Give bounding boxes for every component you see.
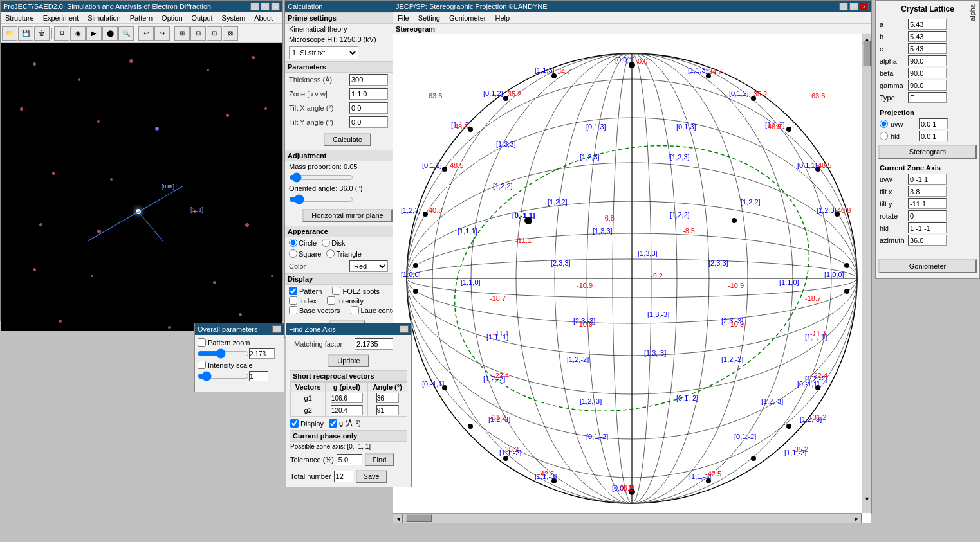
- display-check[interactable]: [290, 419, 299, 428]
- goniometer-button[interactable]: Goniometer: [878, 259, 977, 273]
- proj-hkl-radio[interactable]: [880, 132, 888, 140]
- disk-radio[interactable]: [322, 239, 330, 247]
- overall-close-btn[interactable]: ×: [272, 325, 281, 333]
- zone-azimuth-input[interactable]: [908, 235, 947, 246]
- index-checkbox[interactable]: [289, 296, 297, 305]
- toolbar-btn-4[interactable]: ⚙: [54, 26, 69, 41]
- crystal-a-input[interactable]: [908, 19, 947, 30]
- scroll-thumb-v[interactable]: [863, 41, 871, 66]
- iscale-value[interactable]: [249, 371, 268, 381]
- g1-gpixel-input[interactable]: [331, 393, 363, 403]
- toolbar-btn-14[interactable]: ⊠: [223, 26, 238, 41]
- g1-angle-input[interactable]: [376, 393, 399, 403]
- pzoom-slider[interactable]: [198, 348, 249, 359]
- g2-gpixel-input[interactable]: [331, 405, 363, 415]
- scroll-right-arrow[interactable]: ►: [852, 514, 862, 523]
- toolbar-btn-13[interactable]: ⊡: [207, 26, 222, 41]
- color-select[interactable]: Red Blue Green: [349, 260, 388, 272]
- crystal-alpha-input[interactable]: [908, 55, 947, 66]
- stereo-scrollbar-v[interactable]: ▲ ▼: [862, 34, 871, 513]
- menu-option[interactable]: Option: [160, 14, 184, 22]
- calculate-button[interactable]: Calculate: [324, 133, 371, 146]
- toolbar-btn-2[interactable]: 💾: [18, 26, 33, 41]
- stereo-minimize-btn[interactable]: _: [839, 3, 848, 10]
- find-close-btn[interactable]: ×: [400, 325, 409, 333]
- menu-simulation[interactable]: Simulation: [86, 14, 122, 22]
- proj-hkl-input[interactable]: [919, 131, 948, 141]
- intensity-checkbox[interactable]: [327, 296, 335, 305]
- scroll-left-arrow[interactable]: ◄: [393, 514, 403, 523]
- stereo-close-btn[interactable]: ×: [860, 3, 869, 10]
- toolbar-btn-5[interactable]: ◉: [70, 26, 86, 41]
- iscale-slider[interactable]: [198, 371, 249, 381]
- stereo-menu-help[interactable]: Help: [493, 14, 512, 22]
- scroll-down-arrow[interactable]: ▼: [862, 494, 871, 503]
- toolbar-btn-3[interactable]: 🗑: [34, 26, 50, 41]
- tolerance-input[interactable]: [337, 454, 362, 465]
- pzoom-value[interactable]: [249, 348, 275, 359]
- stereo-scrollbar-h[interactable]: ◄ ►: [393, 513, 862, 523]
- crystal-beta-input[interactable]: [908, 68, 947, 78]
- menu-system[interactable]: System: [220, 14, 248, 22]
- g-ang-check[interactable]: [329, 419, 337, 428]
- zone-tilty-input[interactable]: [908, 198, 947, 209]
- proj-uvw-input[interactable]: [919, 118, 948, 129]
- zone-rotate-input[interactable]: [908, 210, 947, 221]
- thickness-input[interactable]: [349, 74, 388, 86]
- toolbar-btn-8[interactable]: 🔍: [118, 26, 134, 41]
- matching-factor-input[interactable]: [355, 338, 393, 350]
- g2-angle-input[interactable]: [376, 405, 399, 415]
- square-radio[interactable]: [289, 249, 297, 258]
- proj-uvw-radio[interactable]: [880, 120, 888, 128]
- iscale-check[interactable]: [198, 361, 206, 369]
- menu-about[interactable]: About: [252, 14, 275, 22]
- stereo-content[interactable]: 0.0 34.7 34.7 35.2 35.2 48.5 48.5 40.8 4…: [393, 34, 871, 523]
- mirror-button[interactable]: Horizontal mirror plane: [302, 209, 392, 222]
- menu-experiment[interactable]: Experiment: [41, 14, 81, 22]
- file-select[interactable]: 1. Si.str.txt: [289, 46, 358, 59]
- minimize-btn[interactable]: _: [250, 3, 259, 10]
- toolbar-btn-7[interactable]: ⬤: [102, 26, 118, 41]
- close-btn[interactable]: ×: [271, 3, 280, 10]
- scroll-thumb-h[interactable]: [406, 514, 432, 522]
- menu-output[interactable]: Output: [190, 14, 215, 22]
- zone-input[interactable]: [349, 88, 388, 100]
- maximize-btn[interactable]: □: [261, 3, 270, 10]
- stereo-maximize-btn[interactable]: □: [849, 3, 858, 10]
- crystal-c-input[interactable]: [908, 43, 947, 54]
- find-button[interactable]: Find: [365, 453, 394, 466]
- toolbar-btn-1[interactable]: 📁: [2, 26, 17, 41]
- circle-radio[interactable]: [289, 239, 297, 247]
- main-menubar: Structure Experiment Simulation Pattern …: [1, 12, 282, 24]
- stereo-menu-goniometer[interactable]: Goniometer: [447, 14, 488, 22]
- toolbar-btn-6[interactable]: ▶: [86, 26, 102, 41]
- folz-checkbox[interactable]: [332, 287, 340, 295]
- save-button[interactable]: Save: [356, 470, 387, 483]
- stereo-menu-file[interactable]: File: [396, 14, 411, 22]
- update-button[interactable]: Update: [328, 354, 369, 367]
- menu-structure[interactable]: Structure: [3, 14, 36, 22]
- tilty-input[interactable]: [349, 116, 388, 128]
- crystal-b-input[interactable]: [908, 31, 947, 42]
- lauecenter-checkbox[interactable]: [351, 306, 359, 314]
- zone-tiltx-input[interactable]: [908, 186, 947, 197]
- crystal-type-input[interactable]: [908, 92, 947, 103]
- zone-hkl-input[interactable]: [908, 222, 947, 233]
- simulation-area[interactable]: [011] [101]: [1, 43, 282, 331]
- stereogram-button[interactable]: Stereogram: [878, 145, 977, 159]
- toolbar-btn-9[interactable]: ↩: [138, 26, 154, 41]
- pattern-checkbox[interactable]: [289, 287, 297, 295]
- basevec-checkbox[interactable]: [289, 306, 297, 314]
- toolbar-btn-11[interactable]: ⊞: [174, 26, 190, 41]
- toolbar-btn-10[interactable]: ↪: [154, 26, 170, 41]
- crystal-gamma-input[interactable]: [908, 80, 947, 91]
- tiltx-input[interactable]: [349, 102, 388, 114]
- toolbar-btn-12[interactable]: ⊟: [190, 26, 206, 41]
- mass-slider[interactable]: [289, 173, 353, 182]
- zone-uvw-input[interactable]: [908, 174, 947, 185]
- pzoom-check[interactable]: [198, 338, 206, 347]
- triangle-radio[interactable]: [326, 249, 335, 258]
- angle-slider[interactable]: [289, 195, 353, 204]
- menu-pattern[interactable]: Pattern: [128, 14, 154, 22]
- stereo-menu-setting[interactable]: Setting: [416, 14, 442, 22]
